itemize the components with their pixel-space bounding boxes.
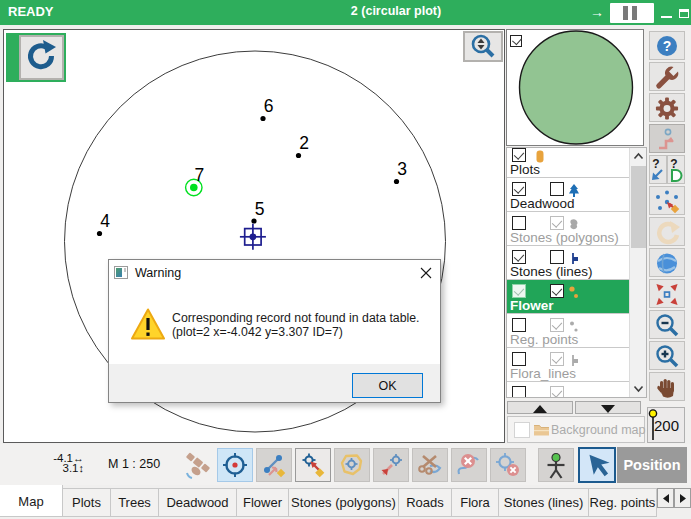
map-canvas[interactable]: 234567 Warning bbox=[3, 29, 505, 443]
layer-visibility-checkbox[interactable] bbox=[512, 216, 526, 230]
layer-row-flora-lines[interactable]: Flora_lines bbox=[507, 348, 630, 382]
close-icon[interactable] bbox=[416, 262, 436, 282]
move-point-button[interactable] bbox=[295, 448, 331, 482]
dialog-title-bar[interactable]: Warning bbox=[109, 260, 440, 284]
layer-scrollbar[interactable] bbox=[629, 148, 646, 397]
scrollbar-thumb[interactable] bbox=[631, 166, 646, 248]
route-button[interactable] bbox=[649, 124, 685, 153]
polygon-button[interactable] bbox=[334, 448, 370, 482]
layer-edit-checkbox[interactable] bbox=[550, 318, 564, 332]
add-line-icon bbox=[260, 452, 288, 478]
layer-visibility-checkbox[interactable] bbox=[512, 182, 526, 196]
zoom-in-button[interactable] bbox=[649, 341, 685, 370]
select-pointer-button[interactable] bbox=[578, 447, 616, 483]
query-link-icon: ? bbox=[650, 158, 666, 182]
position-button[interactable]: Position bbox=[617, 447, 687, 483]
layer-row-stones-lines-[interactable]: Stones (lines) bbox=[507, 246, 630, 280]
tab-scroll-left-button[interactable] bbox=[657, 488, 674, 508]
query-data-button[interactable]: ? bbox=[667, 155, 685, 184]
undo-disabled-button[interactable] bbox=[649, 217, 685, 246]
help-icon: ? bbox=[655, 34, 679, 58]
snap-star-button[interactable] bbox=[649, 186, 685, 215]
delete-point-button[interactable] bbox=[490, 448, 526, 482]
layer-row-partial[interactable] bbox=[507, 382, 630, 398]
layer-label: Flower bbox=[510, 298, 554, 313]
dialog-footer: OK bbox=[109, 364, 440, 402]
layer-visibility-checkbox[interactable] bbox=[512, 318, 526, 332]
warning-icon bbox=[131, 308, 165, 340]
globe-button[interactable] bbox=[649, 248, 685, 277]
point-arrow-button[interactable] bbox=[373, 448, 409, 482]
background-map-checkbox[interactable] bbox=[514, 422, 530, 438]
scroll-down-button[interactable] bbox=[630, 380, 647, 397]
bottom-toolbar: -4.1↔ 3.1↕ M 1 : 250 bbox=[0, 444, 691, 485]
layer-visibility-checkbox[interactable] bbox=[512, 284, 526, 298]
dialog-window-icon bbox=[114, 266, 128, 279]
map-scale-label: M 1 : 250 bbox=[108, 457, 160, 471]
target-position-button[interactable] bbox=[217, 448, 253, 482]
zoom-mode-button[interactable] bbox=[463, 31, 503, 62]
map-point-dot[interactable] bbox=[97, 231, 102, 236]
map-point-dot[interactable] bbox=[260, 116, 265, 121]
target-position-icon bbox=[221, 452, 249, 478]
map-point-label: 3 bbox=[397, 159, 407, 179]
tab-scroll-right-button[interactable] bbox=[674, 488, 691, 508]
tab-reg-points[interactable]: Reg. points bbox=[589, 488, 657, 517]
pan-button[interactable] bbox=[649, 372, 685, 401]
tab-flower[interactable]: Flower bbox=[237, 488, 289, 517]
add-line-button[interactable] bbox=[256, 448, 292, 482]
layer-visibility-checkbox[interactable] bbox=[512, 250, 526, 264]
layer-row-deadwood[interactable]: Deadwood bbox=[507, 178, 630, 212]
cut-line-button[interactable] bbox=[412, 448, 448, 482]
layer-visibility-checkbox[interactable] bbox=[512, 148, 526, 162]
layer-row-flower[interactable]: Flower bbox=[507, 280, 630, 314]
layer-edit-checkbox[interactable] bbox=[550, 216, 564, 230]
preview-checkbox[interactable] bbox=[510, 35, 522, 47]
scale-slider-panel: 200 bbox=[647, 407, 685, 443]
layer-row-reg-points[interactable]: Reg. points bbox=[507, 314, 630, 348]
tab-map[interactable]: Map bbox=[0, 485, 63, 517]
map-point-dot[interactable] bbox=[394, 179, 399, 184]
forward-arrow-icon[interactable]: → bbox=[590, 3, 604, 21]
background-map-row[interactable]: Background map bbox=[507, 416, 645, 443]
tab-stones-lines[interactable]: Stones (lines) bbox=[499, 488, 589, 517]
refresh-button[interactable] bbox=[19, 35, 64, 80]
gps-satellite-icon[interactable] bbox=[183, 448, 216, 481]
help-button[interactable]: ? bbox=[649, 31, 685, 60]
zoom-out-button[interactable] bbox=[649, 310, 685, 339]
layer-edit-checkbox[interactable] bbox=[550, 182, 564, 196]
map-point-dot[interactable] bbox=[251, 218, 256, 223]
layer-visibility-checkbox[interactable] bbox=[512, 386, 526, 398]
walk-mode-button[interactable] bbox=[538, 448, 574, 482]
layer-edit-checkbox[interactable] bbox=[550, 284, 564, 298]
layer-row-plots[interactable]: Plots bbox=[507, 147, 630, 178]
tab-roads[interactable]: Roads bbox=[399, 488, 452, 517]
settings-button[interactable] bbox=[649, 93, 685, 122]
tab-deadwood[interactable]: Deadwood bbox=[159, 488, 237, 517]
layer-visibility-checkbox[interactable] bbox=[512, 352, 526, 366]
scroll-up-icon bbox=[633, 148, 644, 165]
delete-line-button[interactable] bbox=[451, 448, 487, 482]
tab-stones-polygons[interactable]: Stones (polygons) bbox=[289, 488, 399, 517]
layer-row-stones-polygons-[interactable]: Stones (polygons) bbox=[507, 212, 630, 246]
map-point-dot[interactable] bbox=[296, 153, 301, 158]
tab-flora[interactable]: Flora bbox=[452, 488, 499, 517]
pause-icon[interactable] bbox=[610, 3, 654, 23]
scroll-up-button[interactable] bbox=[630, 148, 647, 165]
layer-edit-checkbox[interactable] bbox=[550, 386, 564, 398]
minimize-icon[interactable] bbox=[661, 16, 672, 18]
layer-edit-checkbox[interactable] bbox=[550, 250, 564, 264]
move-layer-down-button[interactable] bbox=[575, 401, 641, 414]
layer-edit-checkbox[interactable] bbox=[550, 352, 564, 366]
tools-button[interactable] bbox=[649, 62, 685, 91]
center-view-button[interactable] bbox=[649, 279, 685, 308]
move-layer-up-button[interactable] bbox=[507, 401, 573, 414]
dialog-body: Corresponding record not found in data t… bbox=[109, 284, 440, 366]
ok-button[interactable]: OK bbox=[352, 373, 423, 398]
restore-icon[interactable] bbox=[679, 9, 689, 18]
query-link-button[interactable]: ? bbox=[649, 155, 667, 184]
tab-trees[interactable]: Trees bbox=[111, 488, 159, 517]
move-layer-up-icon bbox=[533, 405, 547, 413]
tab-plots[interactable]: Plots bbox=[63, 488, 111, 517]
move-layer-down-icon bbox=[601, 405, 615, 413]
